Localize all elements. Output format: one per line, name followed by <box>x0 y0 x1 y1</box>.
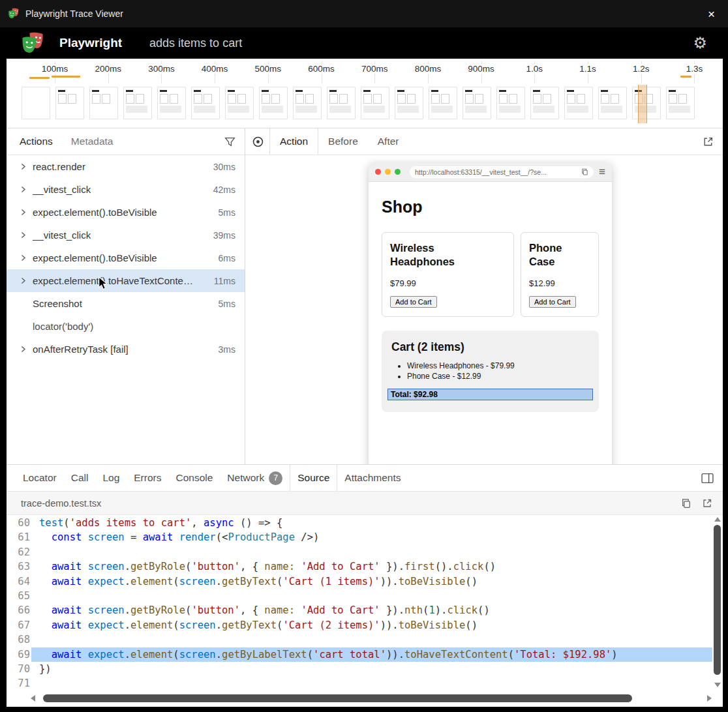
actions-panel: Actions Metadata react.render30ms__vites… <box>7 128 245 464</box>
address-bar[interactable]: http://localhost:63315/__vitest_test__/?… <box>410 166 594 178</box>
action-label: Screenshot <box>33 298 82 309</box>
tab-after[interactable]: After <box>368 128 409 155</box>
app-name: Playwright <box>59 36 122 50</box>
horizontal-scroll-thumb[interactable] <box>43 694 632 702</box>
pick-locator-icon[interactable] <box>252 136 264 148</box>
timeline-tick-label: 1.3s <box>684 64 705 74</box>
filmstrip-frame[interactable] <box>123 87 152 119</box>
frame-art <box>296 90 303 92</box>
tab-locator[interactable]: Locator <box>16 465 64 491</box>
frame-art <box>228 106 249 113</box>
tab-console[interactable]: Console <box>168 465 220 491</box>
settings-gear-icon[interactable]: ⚙ <box>693 35 707 51</box>
chevron-right-icon[interactable] <box>20 163 33 170</box>
frame-art <box>567 90 574 92</box>
filmstrip-frame[interactable] <box>361 87 389 119</box>
action-item[interactable]: onAfterRetryTask [fail]3ms <box>7 338 245 361</box>
tab-metadata[interactable]: Metadata <box>62 128 123 155</box>
filmstrip-frame[interactable] <box>666 87 695 119</box>
filmstrip-frame[interactable] <box>55 87 84 119</box>
cart-title: Cart (2 items) <box>391 340 593 354</box>
filmstrip-frame[interactable] <box>496 87 525 119</box>
mouse-cursor-icon <box>98 276 110 294</box>
action-duration: 5ms <box>213 299 235 309</box>
code-line: 65 <box>7 589 712 603</box>
scroll-right-arrow-icon[interactable] <box>707 695 712 702</box>
filmstrip-frame[interactable] <box>89 87 118 119</box>
filmstrip-frame[interactable] <box>259 87 288 119</box>
filmstrip-frame[interactable] <box>327 87 356 119</box>
filmstrip-frame[interactable] <box>225 87 254 119</box>
toggle-layout-icon[interactable] <box>701 473 714 484</box>
tab-errors[interactable]: Errors <box>127 465 168 491</box>
filmstrip-frame[interactable] <box>564 87 593 119</box>
chevron-right-icon[interactable] <box>20 346 33 353</box>
chevron-right-icon[interactable] <box>20 186 33 193</box>
frame-art <box>329 90 337 92</box>
timeline-filmstrip[interactable] <box>22 87 707 121</box>
filmstrip-frame[interactable] <box>157 87 186 119</box>
line-number: 64 <box>7 574 31 589</box>
source-code[interactable]: 60test('adds items to cart', async () =>… <box>7 516 712 687</box>
filmstrip-frame[interactable] <box>22 87 50 119</box>
filmstrip-frame[interactable] <box>293 87 322 119</box>
open-external-icon[interactable] <box>703 136 714 147</box>
cart-item: Wireless Headphones - $79.99 <box>407 361 593 370</box>
action-item[interactable]: Screenshot5ms <box>7 292 245 315</box>
window-close-button[interactable]: × <box>708 8 715 20</box>
chevron-right-icon[interactable] <box>20 231 33 239</box>
scroll-up-arrow-icon[interactable] <box>714 517 721 522</box>
frame-art <box>58 94 82 104</box>
action-item[interactable]: __vitest_click39ms <box>7 224 245 246</box>
action-item[interactable]: expect.element().toHaveTextConte…11ms <box>7 269 245 292</box>
frame-art <box>669 94 692 104</box>
filmstrip-frame[interactable] <box>429 87 457 119</box>
tab-attachments[interactable]: Attachments <box>337 465 408 491</box>
test-title: adds items to cart <box>149 37 242 50</box>
frame-art <box>669 106 690 113</box>
filmstrip-frame[interactable] <box>598 87 627 119</box>
code-text: const screen = await render(<ProductPage… <box>31 530 712 544</box>
chevron-right-icon[interactable] <box>20 277 33 284</box>
tab-log[interactable]: Log <box>95 465 127 491</box>
frame-art <box>329 94 353 104</box>
horizontal-scrollbar[interactable] <box>37 694 706 702</box>
snapshot-panel: Action Before After htt <box>245 128 723 464</box>
frame-art <box>601 94 624 104</box>
copy-icon[interactable] <box>681 498 691 509</box>
filmstrip-frame[interactable] <box>463 87 491 119</box>
tab-action[interactable]: Action <box>269 128 318 155</box>
action-item[interactable]: __vitest_click42ms <box>7 178 245 201</box>
tab-actions[interactable]: Actions <box>7 128 62 155</box>
chevron-right-icon[interactable] <box>20 209 33 216</box>
tab-before[interactable]: Before <box>318 128 368 155</box>
vertical-scrollbar[interactable] <box>714 517 721 687</box>
filmstrip-frame[interactable] <box>530 87 559 119</box>
browser-menu-icon[interactable]: ≡ <box>599 166 605 177</box>
line-number: 62 <box>7 545 31 559</box>
add-to-cart-button[interactable]: Add to Cart <box>529 296 576 308</box>
vertical-scroll-thumb[interactable] <box>714 525 721 675</box>
action-item[interactable]: expect.element().toBeVisible6ms <box>7 246 245 269</box>
action-item[interactable]: expect.element().toBeVisible5ms <box>7 201 245 224</box>
frame-art <box>228 90 235 92</box>
action-item[interactable]: react.render30ms <box>7 155 245 178</box>
filter-icon[interactable] <box>224 136 235 147</box>
copy-url-icon[interactable] <box>581 168 588 175</box>
action-item[interactable]: locator('body') <box>7 315 245 338</box>
filmstrip-frame[interactable] <box>191 87 220 119</box>
tab-source[interactable]: Source <box>290 465 337 491</box>
tab-network[interactable]: Network 7 <box>220 465 290 491</box>
open-external-icon[interactable] <box>702 498 712 509</box>
scroll-down-arrow-icon[interactable] <box>714 683 721 687</box>
chevron-right-icon[interactable] <box>20 254 33 261</box>
add-to-cart-button[interactable]: Add to Cart <box>390 296 437 308</box>
frame-art <box>92 90 99 92</box>
scroll-left-arrow-icon[interactable] <box>31 695 35 702</box>
frame-art <box>262 94 285 104</box>
playwright-logo-icon <box>21 31 45 55</box>
timeline[interactable]: 100ms200ms300ms400ms500ms600ms700ms800ms… <box>7 59 723 128</box>
filmstrip-frame[interactable] <box>395 87 423 119</box>
code-text <box>31 545 712 559</box>
tab-call[interactable]: Call <box>64 465 96 491</box>
